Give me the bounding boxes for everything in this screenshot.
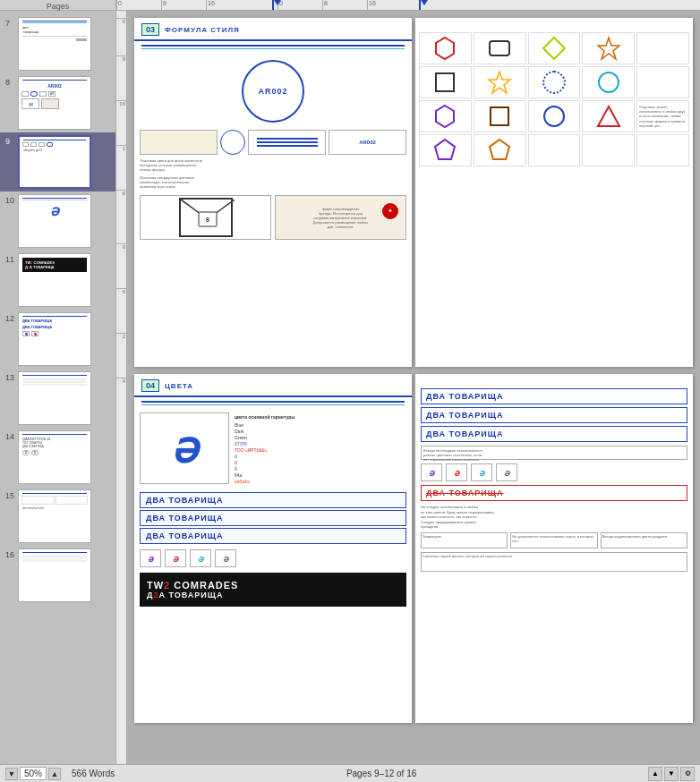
color-logo-section: ə цвета основной гарнитуры Blue Dark Gre…: [134, 409, 412, 490]
settings-btn[interactable]: ⚙: [680, 767, 695, 781]
spread-1: 03 ФОРМУЛА СТИЛЯ AR002: [134, 18, 693, 367]
ruler-tick-8b: 8: [322, 0, 328, 10]
shape-rect-brown: [474, 100, 526, 132]
ruler-main: 0 8 16 0 8 16: [116, 0, 700, 10]
word-count: 566 Words: [72, 769, 115, 778]
main-area: 7 дватоварища 8 AR002: [0, 11, 700, 764]
page-num-8: 8: [5, 78, 18, 87]
logo-display: ə: [140, 412, 229, 484]
page-num-13: 13: [5, 373, 18, 382]
big-letter: ə: [171, 427, 198, 470]
section-header-1: 03 ФОРМУЛА СТИЛЯ: [134, 18, 412, 41]
right2-top-spacer: [415, 374, 693, 385]
small-box-3: Всегда корректировать цвета продукта: [601, 532, 687, 548]
page-thumb-9[interactable]: 9 shapes grid: [0, 132, 115, 191]
cyan-rule-2: [141, 404, 405, 405]
svg-marker-7: [598, 38, 619, 59]
page-thumb-11[interactable]: 11 TW2 COMRADESД2А ТОВАРИЩА: [0, 251, 115, 310]
shapes-content: Отдельно можно использовать в любых двух…: [415, 29, 693, 172]
bottom-bar: ▼ 50% ▲ 566 Words Pages 9–12 of 16 ▲ ▼ ⚙: [0, 764, 700, 782]
small-boxes-row-2: Сабленно нашей центов, которые ей самост…: [421, 552, 687, 572]
brand-text-section: ДВА ТОВАРИЩА ДВА ТОВАРИЩА ДВА ТОВАРИЩА: [134, 490, 412, 548]
shape-pentagon-purple: [419, 134, 472, 166]
page-thumb-8[interactable]: 8 AR002 AR ✉: [0, 73, 115, 132]
vruler-16b: 2: [116, 333, 126, 339]
sample-circle: [220, 130, 245, 155]
shape-empty-5: [636, 134, 689, 166]
shape-star5-yellow: [474, 66, 526, 98]
hexagon2-svg: [432, 104, 457, 129]
vruler-4: 4: [116, 378, 126, 384]
envelope-text: фирм сопровождениябренда. Используется д…: [312, 205, 370, 231]
shape-empty-2: [636, 66, 689, 98]
svg-rect-5: [490, 41, 509, 55]
thumb-img-8: AR002 AR ✉: [18, 76, 91, 130]
rounded-rect-svg: [487, 36, 512, 61]
section-num-2: 04: [141, 379, 159, 392]
brand-row-3: ДВА ТОВАРИЩА: [421, 426, 687, 442]
page-right-2: ДВА ТОВАРИЩА ДВА ТОВАРИЩА ДВА ТОВАРИЩА В…: [415, 374, 693, 723]
page-num-11: 11: [5, 255, 18, 264]
pages-container[interactable]: 03 ФОРМУЛА СТИЛЯ AR002: [127, 11, 700, 764]
color-icon-gray: ə: [496, 463, 517, 481]
page-thumb-7[interactable]: 7 дватоварища: [0, 14, 115, 73]
vruler-8b: 8: [116, 288, 126, 294]
envelope-box-2: фирм сопровождениябренда. Используется д…: [275, 195, 406, 240]
square-svg: [432, 70, 457, 95]
page-thumb-14[interactable]: 14 QAROOT ESK 4f TW2 ТОВАРИЩДВА ТОВАРИЩА…: [0, 428, 115, 487]
content-with-ruler: 0 8 16 1 6 0 8 2 4 03 ФОРМУЛА СТ: [116, 11, 700, 764]
page-num-14: 14: [5, 432, 18, 441]
nav-prev-btn[interactable]: ▲: [648, 767, 662, 781]
nav-next-btn[interactable]: ▼: [664, 767, 679, 781]
brand-text-1: ДВА ТОВАРИЩА: [140, 492, 406, 508]
color-desc-1: Не следует использовать в любомиз этих ц…: [421, 505, 687, 530]
page-thumb-10[interactable]: 10 ə: [0, 191, 115, 251]
left-ruler: 0 8 16 1 6 0 8 2 4: [116, 11, 127, 764]
envelope-icon: 8: [179, 198, 233, 237]
section-header-2: 04 ЦВЕТА: [134, 374, 412, 397]
vruler-2: 0: [116, 243, 126, 250]
shapes-row-4: [419, 134, 689, 166]
samples-row: AR002: [134, 126, 412, 158]
ruler-corner: Pages: [0, 0, 116, 10]
color-icon-red: ə: [446, 463, 467, 481]
brand-text-3: ДВА ТОВАРИЩА: [140, 528, 406, 544]
shape-hexagon2-purple: [419, 100, 472, 132]
thumb-img-14: QAROOT ESK 4f TW2 ТОВАРИЩДВА ТОВАРИЩА 8 …: [18, 430, 91, 484]
page-left-1: 03 ФОРМУЛА СТИЛЯ AR002: [134, 18, 412, 367]
hexagon-svg: [432, 36, 457, 61]
page-thumb-15[interactable]: 15 letterhead preview: [0, 487, 115, 546]
brand-text-2: ДВА ТОВАРИЩА: [140, 510, 406, 526]
shape-desc-text: Отдельно можно использовать в любых двух…: [637, 103, 688, 130]
vruler-6: 6: [116, 190, 126, 196]
color-variants: ə ə ə ə: [134, 548, 412, 569]
shape-triangle-red: [582, 100, 635, 132]
page-thumb-12[interactable]: 12 ДВА ТОВАРИЩА ДВА ТОВАРИЩА ə ə: [0, 310, 115, 369]
sample-ar002: AR002: [329, 130, 406, 155]
page-num-12: 12: [5, 314, 18, 323]
pentagon2-svg: [487, 138, 512, 163]
svg-marker-9: [489, 72, 510, 93]
sample-lines: [248, 130, 326, 155]
brand-desc-box: Всегда необходимо использовать вразных ц…: [421, 446, 687, 460]
page-left-2: 04 ЦВЕТА ə цвета основной гарнитуры: [134, 374, 412, 723]
brand-row-2: ДВА ТОВАРИЩА: [421, 407, 687, 423]
black-banner: TW2 COMRADES Д2А ТОВАРИЩА: [140, 573, 406, 607]
page-right-1: Отдельно можно использовать в любых двух…: [415, 18, 693, 367]
zoom-up-btn[interactable]: ▲: [48, 768, 61, 780]
page-thumb-16[interactable]: 16: [0, 546, 115, 605]
blue-rule-1: [141, 45, 405, 47]
page-info: Pages 9–12 of 16: [118, 769, 645, 778]
black-banner-title: TW2 COMRADES: [147, 580, 399, 591]
svg-rect-8: [436, 73, 454, 91]
svg-point-13: [544, 106, 564, 126]
ruler-marker-arrow-left: [274, 0, 281, 5]
page-thumb-13[interactable]: 13: [0, 369, 115, 428]
zoom-down-btn[interactable]: ▼: [5, 768, 18, 780]
circle2-svg: [542, 104, 567, 129]
ar002-circle: AR002: [242, 60, 304, 123]
content-area: 0 8 16 1 6 0 8 2 4 03 ФОРМУЛА СТ: [116, 11, 700, 764]
shape-empty-4: [582, 134, 635, 166]
zoom-display[interactable]: 50%: [20, 767, 47, 780]
svg-marker-14: [598, 106, 619, 126]
